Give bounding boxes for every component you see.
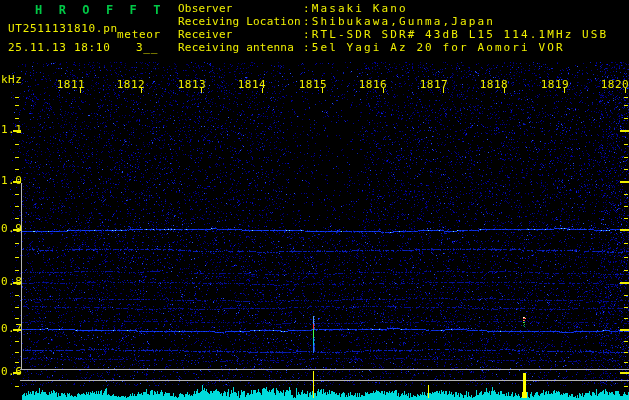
- time-tick-label: 1818: [479, 79, 509, 91]
- filename-label: UT2511131810.pn: [8, 23, 118, 35]
- spectrogram-canvas: [0, 0, 629, 400]
- time-tick-label: 1812: [116, 79, 146, 91]
- freq-tick-label: 0.9: [1, 223, 22, 235]
- time-tick-label: 1819: [540, 79, 570, 91]
- field-label-receiver: Receiver: [178, 29, 233, 41]
- freq-tick-label: 0.8: [1, 276, 22, 288]
- field-value-receiver: :RTL-SDR SDR# 43dB L15 114.1MHz USB: [303, 29, 608, 41]
- app-title: H R O F F T: [35, 4, 165, 16]
- time-tick-label: 1811: [56, 79, 86, 91]
- time-tick-label: 1820: [600, 79, 629, 91]
- freq-tick-label: 0.6: [1, 366, 22, 378]
- field-value-location: :Shibukawa,Gunma,Japan: [303, 16, 495, 28]
- echo-counter: 3__: [136, 42, 158, 54]
- freq-tick-label: 1.0: [1, 175, 22, 187]
- time-tick-label: 1816: [358, 79, 388, 91]
- hrofft-window: H R O F F T UT2511131810.pn meteor 25.11…: [0, 0, 629, 400]
- freq-tick-label: 1.1: [1, 124, 22, 136]
- field-value-antenna: :5el Yagi Az 20 for Aomori VOR: [303, 42, 565, 54]
- field-label-antenna: Receiving antenna: [178, 42, 294, 54]
- field-label-observer: Observer: [178, 3, 233, 15]
- freq-tick-label: 0.7: [1, 323, 22, 335]
- field-value-observer: :Masaki Kano: [303, 3, 408, 15]
- datetime-label: 25.11.13 18:10: [8, 42, 111, 54]
- freq-axis-unit: kHz: [1, 74, 22, 86]
- field-label-location: Receiving Location: [178, 16, 301, 28]
- time-tick-label: 1815: [298, 79, 328, 91]
- time-tick-label: 1817: [419, 79, 449, 91]
- time-tick-label: 1813: [177, 79, 207, 91]
- observation-name: meteor: [117, 29, 161, 41]
- time-tick-label: 1814: [237, 79, 267, 91]
